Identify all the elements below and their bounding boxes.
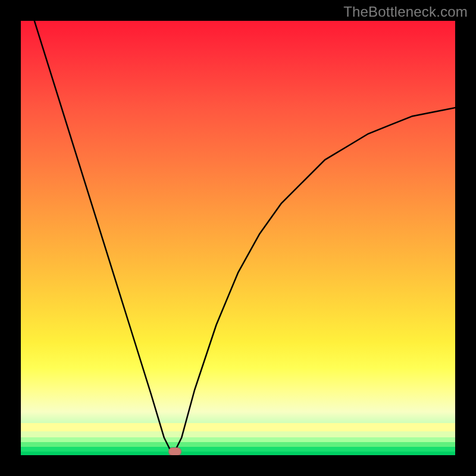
attribution-text: TheBottleneck.com xyxy=(343,4,468,20)
minimum-marker xyxy=(168,447,181,455)
chart-frame: TheBottleneck.com xyxy=(0,0,476,476)
plot-area xyxy=(21,21,455,455)
curve-line xyxy=(21,21,455,455)
